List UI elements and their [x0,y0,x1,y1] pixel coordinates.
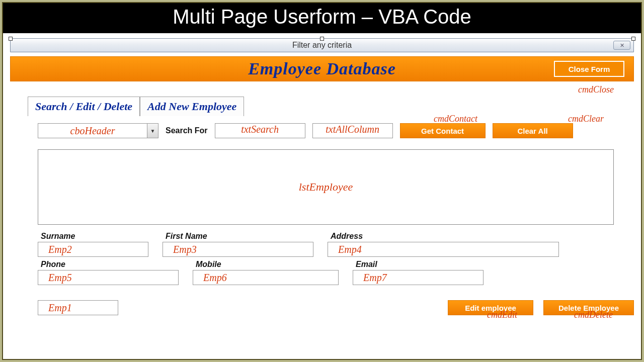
email-label: Email [356,260,484,269]
userform-container: Filter any criteria ✕ Employee Database … [10,38,634,356]
delete-employee-button[interactable]: Delete Employee [543,300,634,315]
tab-search-edit-delete[interactable]: Search / Edit / Delete [28,97,140,116]
window-titlebar[interactable]: Filter any criteria ✕ [10,38,634,52]
slide-canvas: Multi Page Userform – VBA Code Filter an… [2,2,642,360]
mobile-input[interactable]: Emp6 [193,270,339,285]
address-label: Address [331,232,559,241]
chevron-down-icon[interactable]: ▼ [147,124,158,138]
employee-listbox[interactable]: lstEmployee [38,149,614,225]
all-column-input[interactable]: txtAllColumn [312,123,393,138]
combo-placeholder: cboHeader [38,125,147,137]
design-surface: Filter any criteria ✕ Employee Database … [3,33,641,359]
header-combobox[interactable]: cboHeader ▼ [38,123,158,138]
header-band: Employee Database Close Form [10,56,634,81]
phone-label: Phone [41,260,179,269]
email-input[interactable]: Emp7 [353,270,484,285]
search-input[interactable]: txtSearch [215,123,305,138]
window-title: Filter any criteria [292,41,352,50]
tab-strip: Search / Edit / Delete Add New Employee [28,97,634,116]
listbox-label: lstEmployee [299,180,353,194]
first-name-label: First Name [166,232,313,241]
window-close-button[interactable]: ✕ [613,41,630,50]
form-title: Employee Database [11,59,633,78]
surname-input[interactable]: Emp2 [38,242,148,257]
close-form-button[interactable]: Close Form [554,61,624,77]
clear-all-button[interactable]: Clear All [493,123,573,138]
search-for-label: Search For [166,126,208,135]
tab-add-new-employee[interactable]: Add New Employee [140,97,244,116]
search-row: cboHeader ▼ Search For txtSearch txtAllC… [38,123,634,138]
annotation-cmdclose: cmdClose [578,84,614,95]
bottom-row: Emp1 Edit employee Delete Employee [38,300,634,315]
slide-title: Multi Page Userform – VBA Code [3,3,641,33]
address-input[interactable]: Emp4 [328,242,559,257]
edit-employee-button[interactable]: Edit employee [448,300,533,315]
first-name-input[interactable]: Emp3 [163,242,313,257]
phone-input[interactable]: Emp5 [38,270,179,285]
mobile-label: Mobile [196,260,339,269]
get-contact-button[interactable]: Get Contact [400,123,486,138]
surname-label: Surname [41,232,148,241]
field-grid: Surname Emp2 First Name Emp3 Address Emp… [38,232,634,285]
close-icon: ✕ [620,42,624,49]
emp1-input[interactable]: Emp1 [38,300,118,315]
